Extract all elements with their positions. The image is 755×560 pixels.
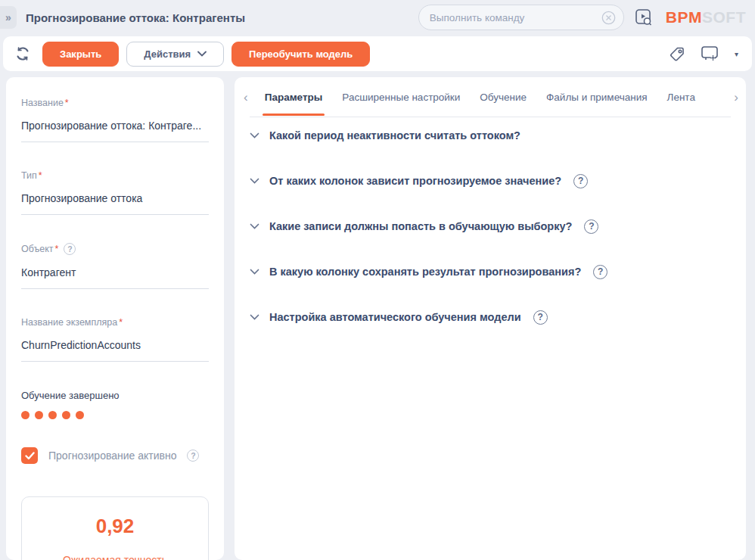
progress-dot xyxy=(48,411,57,419)
fields-list: Название* Прогнозирование оттока: Контра… xyxy=(21,98,209,362)
retrain-model-button[interactable]: Переобучить модель xyxy=(231,42,370,67)
field-value[interactable]: Прогнозирование оттока: Контраге... xyxy=(21,120,209,142)
chevron-down-icon xyxy=(250,178,259,185)
close-button[interactable]: Закрыть xyxy=(42,42,119,67)
form-field: Название экземпляра* ChurnPredictionAcco… xyxy=(21,317,209,362)
training-status-label: Обучение завершено xyxy=(21,390,209,401)
bpmsoft-logo: BPMSOFT xyxy=(666,8,746,26)
record-summary-panel: Название* Прогнозирование оттока: Контра… xyxy=(6,77,224,560)
help-icon[interactable] xyxy=(593,265,607,279)
field-label: Тип xyxy=(21,170,37,181)
logo-bpm: BPM xyxy=(666,8,702,26)
tab[interactable]: Файлы и примечания xyxy=(546,78,647,116)
section-header[interactable]: От каких колонок зависит прогнозируемое … xyxy=(250,172,731,190)
tab-label: Лента xyxy=(667,92,695,103)
topbar: Прогнозирование оттока: Контрагенты BPMS… xyxy=(0,0,755,35)
content-area: Название* Прогнозирование оттока: Контра… xyxy=(0,71,755,560)
process-search-button[interactable] xyxy=(634,8,654,27)
form-field: Тип* Прогнозирование оттока xyxy=(21,170,209,215)
tab[interactable]: Обучение xyxy=(480,78,527,116)
actions-label: Действия xyxy=(144,48,191,60)
tab[interactable]: Параметры xyxy=(265,78,323,116)
help-icon[interactable] xyxy=(584,219,598,234)
progress-dot xyxy=(21,411,30,419)
prediction-active-checkbox[interactable] xyxy=(21,447,38,464)
progress-dot xyxy=(35,411,43,419)
field-value[interactable]: Контрагент xyxy=(21,266,209,289)
tab-label: Файлы и примечания xyxy=(546,92,647,103)
chevron-down-icon xyxy=(250,132,259,139)
tabs-scroll-right-icon[interactable] xyxy=(734,91,738,104)
section-header[interactable]: Какие записи должны попасть в обучающую … xyxy=(250,217,731,235)
accuracy-value: 0,92 xyxy=(28,515,202,538)
field-label: Объект xyxy=(21,244,54,254)
help-icon[interactable] xyxy=(573,174,588,188)
section-header[interactable]: В какую колонку сохранять результат прог… xyxy=(250,263,731,281)
required-asterisk: * xyxy=(119,317,123,328)
view-options-caret[interactable]: ▾ xyxy=(733,48,740,60)
command-line[interactable] xyxy=(418,5,624,30)
chevron-down-icon xyxy=(250,223,259,230)
section-title: Какие записи должны попасть в обучающую … xyxy=(269,220,572,232)
tabs-scroll-left-icon[interactable] xyxy=(244,91,248,104)
accuracy-label: Ожидаемая точность xyxy=(28,554,202,560)
section-header[interactable]: Настройка автоматического обучения модел… xyxy=(250,308,731,326)
prediction-active-label: Прогнозирование активно xyxy=(48,450,176,462)
form-field: Название* Прогнозирование оттока: Контра… xyxy=(21,98,209,142)
required-asterisk: * xyxy=(55,244,59,254)
help-icon[interactable] xyxy=(533,310,548,325)
sections-list: Какой период неактивности считать оттоко… xyxy=(250,117,731,326)
record-detail-panel: Параметры Расширенные настройки Обучение… xyxy=(235,77,746,560)
tabs-bar: Параметры Расширенные настройки Обучение… xyxy=(250,77,731,117)
progress-dot xyxy=(76,411,84,419)
field-value[interactable]: Прогнозирование оттока xyxy=(21,192,209,215)
field-label: Название xyxy=(21,98,64,108)
accuracy-card: 0,92 Ожидаемая точность xyxy=(21,496,209,560)
actions-button[interactable]: Действия xyxy=(126,42,224,67)
record-toolbar: Закрыть Действия Переобучить модель ▾ xyxy=(3,36,752,71)
section-title: От каких колонок зависит прогнозируемое … xyxy=(269,175,561,187)
checkmark-icon xyxy=(25,452,35,460)
field-label: Название экземпляра xyxy=(21,317,117,328)
tab[interactable]: Расширенные настройки xyxy=(342,78,460,116)
field-value[interactable]: ChurnPredictionAccounts xyxy=(21,339,209,362)
progress-dots xyxy=(21,411,209,419)
section-header[interactable]: Какой период неактивности считать оттоко… xyxy=(250,126,731,145)
sidebar-expand-button[interactable] xyxy=(0,6,17,29)
tab-label: Обучение xyxy=(480,92,527,103)
tab-label: Расширенные настройки xyxy=(342,92,460,103)
progress-dot xyxy=(62,411,70,419)
form-field: Объект* Контрагент xyxy=(21,243,209,289)
command-input[interactable] xyxy=(430,12,601,23)
page-title: Прогнозирование оттока: Контрагенты xyxy=(26,11,245,24)
tab[interactable]: Лента xyxy=(667,78,695,116)
required-asterisk: * xyxy=(39,170,42,181)
logo-soft: SOFT xyxy=(702,8,746,26)
section-title: Настройка автоматического обучения модел… xyxy=(269,311,521,323)
chevron-down-icon xyxy=(250,269,259,275)
help-icon[interactable] xyxy=(64,243,76,255)
tabs-list: Параметры Расширенные настройки Обучение… xyxy=(265,78,695,116)
section-title: В какую колонку сохранять результат прог… xyxy=(269,266,581,278)
chevron-down-icon xyxy=(197,51,207,57)
help-icon[interactable] xyxy=(187,450,199,462)
system-designer-icon[interactable] xyxy=(700,45,719,63)
chevron-down-icon xyxy=(250,314,259,321)
tag-icon[interactable] xyxy=(669,45,686,63)
required-asterisk: * xyxy=(65,98,69,108)
section-title: Какой период неактивности считать оттоко… xyxy=(269,129,520,142)
prediction-active-row: Прогнозирование активно xyxy=(21,447,209,464)
clear-icon[interactable] xyxy=(601,11,616,25)
refresh-icon[interactable] xyxy=(15,46,30,61)
tab-label: Параметры xyxy=(265,92,323,103)
